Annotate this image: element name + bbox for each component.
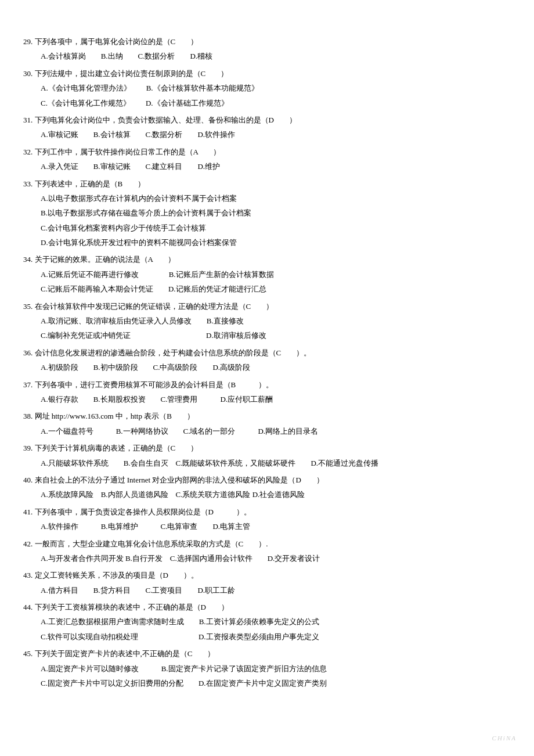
question-36-title: 36. 会计信息化发展进程的渗透融合阶段，处于构建会计信息系统的阶段是（C ）。 xyxy=(23,346,511,359)
question-37-title: 37. 下列各项中，进行工资费用核算不可能涉及的会计科目是（B ）。 xyxy=(23,378,511,391)
question-35-options2: C.编制补充凭证或冲销凭证 D.取消审核后修改 xyxy=(23,329,511,342)
question-29-title: 29. 下列各项中，属于电算化会计岗位的是（C ） xyxy=(23,35,511,48)
question-41: 41. 下列各项中，属于负责设定各操作人员权限岗位是（D ）。 A.软件操作 B… xyxy=(23,505,511,534)
question-45-options2: C.固定资产卡片中可以定义折旧费用的分配 D.在固定资产卡片中定义固定资产类别 xyxy=(23,676,511,690)
question-36: 36. 会计信息化发展进程的渗透融合阶段，处于构建会计信息系统的阶段是（C ）。… xyxy=(23,346,511,375)
question-44: 44. 下列关于工资核算模块的表述中，不正确的基是（D ） A.工资汇总数据根据… xyxy=(23,600,511,643)
question-29: 29. 下列各项中，属于电算化会计岗位的是（C ） A.会计核算岗 B.出纳 C… xyxy=(23,35,511,63)
question-41-title: 41. 下列各项中，属于负责设定各操作人员权限岗位是（D ）。 xyxy=(23,505,511,519)
question-39: 39. 下列关于计算机病毒的表述，正确的是（C ） A.只能破坏软件系统 B.会… xyxy=(23,441,511,470)
question-30-options2: C.《会计电算化工作规范》 D.《会计基础工作规范》 xyxy=(23,96,511,110)
question-42-options: A.与开发者合作共同开发 B.自行开发 C.选择国内通用会计软件 D.交开发者设… xyxy=(23,552,511,565)
watermark-text: CHiNA xyxy=(492,733,517,744)
question-33-title: 33. 下列表述中，正确的是（B ） xyxy=(23,177,511,190)
question-43: 43. 定义工资转账关系，不涉及的项目是（D ）。 A.借方科目 B.贷方科目 … xyxy=(23,568,511,597)
question-38-title: 38. 网址 http://www.163.com 中，http 表示（B ） xyxy=(23,409,511,423)
question-33-options1: A.以电子数据形式存在计算机内的会计资料不属于会计档案 xyxy=(23,192,511,205)
question-31-options: A.审核记账 B.会计核算 C.数据分析 D.软件操作 xyxy=(23,128,511,141)
question-39-options: A.只能破坏软件系统 B.会自生自灭 C.既能破坏软件系统，又能破坏硬件 D.不… xyxy=(23,456,511,470)
question-34: 34. 关于记账的效果。正确的说法是（A ） A.记账后凭证不能再进行修改 B.… xyxy=(23,253,511,296)
question-39-title: 39. 下列关于计算机病毒的表述，正确的是（C ） xyxy=(23,441,511,455)
question-38-options: A.一个磁盘符号 B.一种网络协议 C.域名的一部分 D.网络上的目录名 xyxy=(23,424,511,438)
question-45-options1: A.固定资产卡片可以随时修改 B.固定资产卡片记录了该固定资产折旧方法的信息 xyxy=(23,662,511,675)
question-32: 32. 下列工作中，属于软件操作岗位日常工作的是（A ） A.录入凭证 B.审核… xyxy=(23,145,511,174)
question-32-title: 32. 下列工作中，属于软件操作岗位日常工作的是（A ） xyxy=(23,145,511,159)
question-34-options2: C.记账后不能再输入本期会计凭证 D.记账后的凭证才能进行汇总 xyxy=(23,282,511,296)
question-42-title: 42. 一般而言，大型企业建立电算化会计信息系统采取的方式是（C ）. xyxy=(23,537,511,550)
question-43-options: A.借方科目 B.贷方科目 C.工资项目 D.职工工龄 xyxy=(23,584,511,597)
question-32-options: A.录入凭证 B.审核记账 C.建立科目 D.维护 xyxy=(23,160,511,173)
question-30-title: 30. 下列法规中，提出建立会计岗位责任制原则的是（C ） xyxy=(23,67,511,80)
question-45-title: 45. 下列关于固定资产卡片的表述中,不正确的是（C ） xyxy=(23,647,511,660)
question-35: 35. 在会计核算软件中发现已记账的凭证错误，正确的处理方法是（C ） A.取消… xyxy=(23,300,511,343)
question-41-options: A.软件操作 B.电算维护 C.电算审查 D.电算主管 xyxy=(23,520,511,533)
question-45: 45. 下列关于固定资产卡片的表述中,不正确的是（C ） A.固定资产卡片可以随… xyxy=(23,647,511,690)
question-38: 38. 网址 http://www.163.com 中，http 表示（B ） … xyxy=(23,409,511,438)
question-40-options: A.系统故障风险 B.内部人员道德风险 C.系统关联方道德风险 D.社会道德风险 xyxy=(23,488,511,501)
exam-content: 29. 下列各项中，属于电算化会计岗位的是（C ） A.会计核算岗 B.出纳 C… xyxy=(23,35,511,690)
question-35-options1: A.取消记账、取消审核后由凭证录入人员修改 B.直接修改 xyxy=(23,314,511,327)
question-37: 37. 下列各项中，进行工资费用核算不可能涉及的会计科目是（B ）。 A.银行存… xyxy=(23,378,511,406)
question-29-options: A.会计核算岗 B.出纳 C.数据分析 D.稽核 xyxy=(23,49,511,63)
question-42: 42. 一般而言，大型企业建立电算化会计信息系统采取的方式是（C ）. A.与开… xyxy=(23,537,511,566)
question-40: 40. 来自社会上的不法分子通过 Internet 对企业内部网的非法入侵和破坏… xyxy=(23,473,511,502)
question-34-options1: A.记账后凭证不能再进行修改 B.记账后产生新的会计核算数据 xyxy=(23,268,511,281)
question-40-title: 40. 来自社会上的不法分子通过 Internet 对企业内部网的非法入侵和破坏… xyxy=(23,473,511,487)
question-37-options: A.银行存款 B.长期股权投资 C.管理费用 D.应付职工薪酬 xyxy=(23,393,511,406)
question-30-options1: A.《会计电算化管理办法》 B.《会计核算软件基本功能规范》 xyxy=(23,81,511,95)
question-43-title: 43. 定义工资转账关系，不涉及的项目是（D ）。 xyxy=(23,568,511,582)
question-33-options4: D.会计电算化系统开发过程中的资料不能视同会计档案保管 xyxy=(23,236,511,249)
question-34-title: 34. 关于记账的效果。正确的说法是（A ） xyxy=(23,253,511,266)
question-44-options2: C.软件可以实现自动扣税处理 D.工资报表类型必须由用户事先定义 xyxy=(23,630,511,643)
question-44-options1: A.工资汇总数据根据用户查询需求随时生成 B.工资计算必须依赖事先定义的公式 xyxy=(23,615,511,628)
question-35-title: 35. 在会计核算软件中发现已记账的凭证错误，正确的处理方法是（C ） xyxy=(23,300,511,313)
question-33-options3: C.会计电算化档案资料内容少于传统手工会计核算 xyxy=(23,221,511,235)
question-31-title: 31. 下列电算化会计岗位中，负责会计数据输入、处理、备份和输出的是（D ） xyxy=(23,113,511,127)
question-33-options2: B.以电子数据形式存储在磁盘等介质上的会计资料属于会计档案 xyxy=(23,206,511,219)
question-31: 31. 下列电算化会计岗位中，负责会计数据输入、处理、备份和输出的是（D ） A… xyxy=(23,113,511,142)
question-33: 33. 下列表述中，正确的是（B ） A.以电子数据形式存在计算机内的会计资料不… xyxy=(23,177,511,250)
question-36-options: A.初级阶段 B.初中级阶段 C.中高级阶段 D.高级阶段 xyxy=(23,361,511,374)
question-44-title: 44. 下列关于工资核算模块的表述中，不正确的基是（D ） xyxy=(23,600,511,614)
question-30: 30. 下列法规中，提出建立会计岗位责任制原则的是（C ） A.《会计电算化管理… xyxy=(23,67,511,110)
